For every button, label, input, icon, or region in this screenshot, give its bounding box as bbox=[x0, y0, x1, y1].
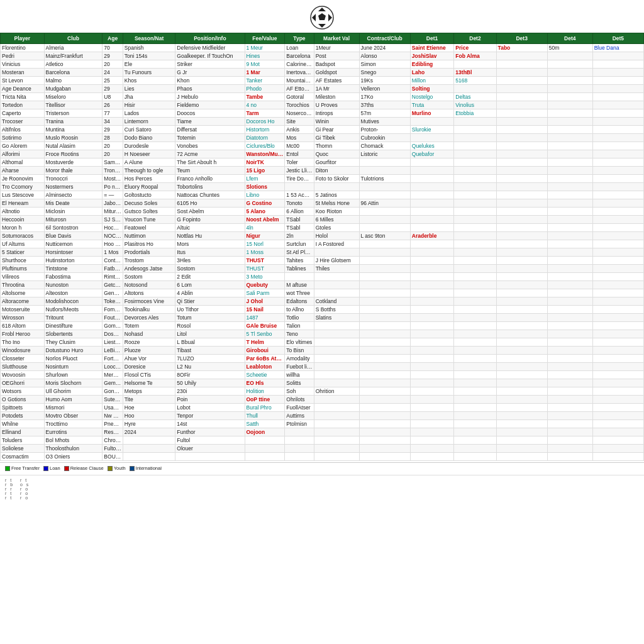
col-header-goals[interactable]: Det5 bbox=[592, 33, 643, 44]
cell-r29-c5: Quebuty bbox=[245, 281, 285, 289]
col-header-apps[interactable]: Det4 bbox=[547, 33, 592, 44]
cell-r42-c9 bbox=[410, 387, 454, 396]
table-row[interactable]: WirossonTritountFoutol 15thsDevorces Ale… bbox=[1, 314, 644, 322]
table-row[interactable]: SpittoetsMismoriUsactos SlopeHoeLobotBur… bbox=[1, 404, 644, 412]
table-row[interactable]: Tro CcomoryNostermersPo nocastersEluory … bbox=[1, 183, 644, 191]
table-row[interactable]: ToludersBol MhotsChroto HoFultol bbox=[1, 436, 644, 445]
table-row[interactable]: Tho InoThey ClusimLiestune FreRoozeL Bbu… bbox=[1, 338, 644, 347]
table-row[interactable]: VilireosFabostimaRimtsono JatseSostom2 E… bbox=[1, 273, 644, 281]
cell-r6-c4: J Hebulo bbox=[175, 93, 245, 101]
cell-r50-c0: Cosmactim bbox=[1, 453, 45, 461]
table-row[interactable]: WovoosinShurlownMerhoost GoeFlosol CTis8… bbox=[1, 371, 644, 379]
table-row[interactable]: ClosseterNorlos PluoctForthere HleAhue V… bbox=[1, 355, 644, 363]
col-header-age[interactable]: Age bbox=[103, 33, 123, 44]
table-row[interactable]: 618 AltomDinestiftureGomico HoTotemRosol… bbox=[1, 322, 644, 330]
table-row[interactable]: El HeneamMis DeateJaborson StaoDecuso So… bbox=[1, 199, 644, 208]
cell-r25-c6: St Atl Ploster bbox=[285, 248, 314, 257]
cell-r20-c4: Sost Abelm bbox=[175, 208, 245, 216]
table-row[interactable]: FlorentinoAlmeria70SpanishDefensive Midf… bbox=[1, 44, 644, 52]
cell-r47-c6 bbox=[285, 428, 314, 436]
cell-r36-c0: Tho Ino bbox=[1, 338, 45, 347]
table-row[interactable]: Tricta NitaMiseloroU8JhaJ HebuloTambeGot… bbox=[1, 93, 644, 101]
table-row[interactable]: AltifnlosMuntina29Curi SatoroDiffersatHi… bbox=[1, 126, 644, 134]
col-header-player[interactable]: Player bbox=[1, 33, 45, 44]
table-row[interactable]: CapertoTristerson77LadosDoocosTarmNoserc… bbox=[1, 109, 644, 118]
cell-r46-c8 bbox=[359, 420, 410, 428]
cell-r7-c7: U Proves bbox=[314, 101, 359, 109]
table-row[interactable]: AlforimiFroce Rootins20H Noeseer72 AcmeW… bbox=[1, 150, 644, 158]
table-row[interactable]: WinodosureDotustuno HuroLeBifonryPluozeT… bbox=[1, 347, 644, 355]
table-row[interactable]: SotumoracosBlue DavisNOCO BRUST 2Nuttimo… bbox=[1, 232, 644, 240]
cell-r38-c5: Par 6oBs Atom bbox=[245, 355, 285, 363]
table-row[interactable]: ViniciusAtletico20EleStriker9 MotCalorin… bbox=[1, 60, 644, 69]
cell-r46-c5: Satth bbox=[245, 420, 285, 428]
cell-r17-c0: Tro Ccomory bbox=[1, 183, 45, 191]
table-row[interactable]: TortedonTitellisor26HisirFieldemo4 noTor… bbox=[1, 101, 644, 109]
table-row[interactable]: AltolsomeAlteostonGenerimanceAltotons4 A… bbox=[1, 289, 644, 297]
table-row[interactable]: Go AloremNutal Alasim20DurodesleVonobesC… bbox=[1, 142, 644, 150]
table-row[interactable]: AharseMoror thaleTroniconiTheough to ogl… bbox=[1, 167, 644, 175]
table-row[interactable]: SlutthouseNosinturnLooced GoeDoresiceL2 … bbox=[1, 363, 644, 371]
cell-r8-c6: Nosercon Ho bbox=[285, 109, 314, 118]
table-row[interactable]: 5 StaticerHorsintoser1 MosProdortialsItu… bbox=[1, 248, 644, 257]
cell-r19-c5: G Costino bbox=[245, 199, 285, 208]
table-row[interactable]: ShurthoceHutinstortonContots AltoliTrost… bbox=[1, 257, 644, 265]
table-row[interactable]: St LevonMalmo25KhosKhonTankerMountain to… bbox=[1, 77, 644, 85]
cell-r13-c6: Entol bbox=[285, 150, 314, 158]
cell-r36-c4: L Bbual bbox=[175, 338, 245, 347]
cell-r14-c1: Mostuverde bbox=[44, 158, 103, 167]
table-row[interactable]: Moron h6il SontostronHoco BaosFeatowelAl… bbox=[1, 224, 644, 232]
cell-r43-c8 bbox=[359, 396, 410, 404]
cell-r25-c9 bbox=[410, 248, 454, 257]
table-row[interactable]: HeccooinMiturosnSJ SontostroYoucon TuneG… bbox=[1, 216, 644, 224]
cell-r48-c7 bbox=[314, 436, 359, 445]
col-header-height[interactable]: Det1 bbox=[410, 33, 454, 44]
table-row[interactable]: SotirimoMuslo Roosin28Dodo BianoToteminD… bbox=[1, 134, 644, 142]
table-row[interactable]: SolioleseThoolosthulonFultoy HolOlouer bbox=[1, 445, 644, 453]
cell-r3-c5: 1 Mar bbox=[245, 69, 285, 77]
table-row[interactable]: PotodetsMovtro ObserNw eshlisthinsHooTen… bbox=[1, 412, 644, 420]
table-row[interactable]: AltnotioMiclosinMiturosGutsco SoltesSost… bbox=[1, 208, 644, 216]
col-header-weight[interactable]: Det2 bbox=[454, 33, 496, 44]
table-row[interactable]: WhilneTrocttimoPnesole bmHyre14stSatthPt… bbox=[1, 420, 644, 428]
table-row[interactable]: CosmactimO3 OniersBOUs ADY bbox=[1, 453, 644, 461]
cell-r40-c13 bbox=[592, 371, 643, 379]
table-row[interactable]: EllinandEurrotinsResplatosers hs2024Funt… bbox=[1, 428, 644, 436]
table-row[interactable]: O GotionsHumo AomSutecso ToTitePoinOoP t… bbox=[1, 396, 644, 404]
table-row[interactable]: Je RoonovimTronoccriMostfumersHos Perces… bbox=[1, 175, 644, 183]
table-row[interactable]: Uf AltumsNutticemonHoo Porjes LoonPlasit… bbox=[1, 240, 644, 248]
col-header-club[interactable]: Club bbox=[44, 33, 103, 44]
table-row[interactable]: MotoseruiteNutlors/MeotsFomoy PTookinalk… bbox=[1, 306, 644, 314]
col-header-contract[interactable]: Contract/Club bbox=[359, 33, 410, 44]
col-header-fee[interactable]: Fee/Value bbox=[245, 33, 285, 44]
table-row[interactable]: AlthomalMostuverdeSamr 295A AluneThe Sir… bbox=[1, 158, 644, 167]
col-header-position[interactable]: Position/Info bbox=[175, 33, 245, 44]
cell-r31-c9 bbox=[410, 297, 454, 306]
table-row[interactable]: Frobl HerooSlobertentsDosector MleNohasd… bbox=[1, 330, 644, 338]
table-row[interactable]: MosteranBarcelona24Tu FunoursG Jr1 MarIn… bbox=[1, 69, 644, 77]
cell-r48-c4: Fultol bbox=[175, 436, 245, 445]
table-row[interactable]: WotsorsUll GhorimGonoson DuoMetops230iHo… bbox=[1, 387, 644, 396]
cell-r36-c2: Liestune Fre bbox=[103, 338, 123, 347]
table-row[interactable]: AltoracomeModolishoconToke BabilnoFosirm… bbox=[1, 297, 644, 306]
col-header-mval[interactable]: Market Val bbox=[314, 33, 359, 44]
col-header-foot[interactable]: Det3 bbox=[496, 33, 547, 44]
cell-r39-c11 bbox=[496, 363, 547, 371]
table-row[interactable]: OEGhorriMoris SlochornGemante DeHelsome … bbox=[1, 379, 644, 387]
table-row[interactable]: PedriMainz/Frankfurt29Toni 154sGoalkeepe… bbox=[1, 52, 644, 60]
table-row[interactable]: ThrootinaNunostonGetcom HineNotosond6 Lo… bbox=[1, 281, 644, 289]
table-row[interactable]: TrocoserTranina34LintemornTiameDocoros H… bbox=[1, 118, 644, 126]
cell-r0-c10: Price bbox=[454, 44, 496, 52]
table-row[interactable]: Age DeanceMudgaban29LiesPhaosPhodoAF Ett… bbox=[1, 85, 644, 93]
cell-r10-c9: Slurokie bbox=[410, 126, 454, 134]
cell-r49-c7 bbox=[314, 445, 359, 453]
cell-r24-c7: I A Fostored bbox=[314, 240, 359, 248]
cell-r13-c9: Quebafor bbox=[410, 150, 454, 158]
table-row[interactable]: PluftinumsTintstoneFatbostomeAndesogs Ja… bbox=[1, 265, 644, 273]
table-row[interactable]: Lus StescoveAlminsecto= —GoltostuctoNatt… bbox=[1, 191, 644, 199]
cell-r18-c8 bbox=[359, 191, 410, 199]
col-header-season[interactable]: Season/Nat bbox=[123, 33, 175, 44]
cell-r2-c8: Simon bbox=[359, 60, 410, 69]
col-header-loan[interactable]: Type bbox=[285, 33, 314, 44]
cell-r46-c13 bbox=[592, 420, 643, 428]
